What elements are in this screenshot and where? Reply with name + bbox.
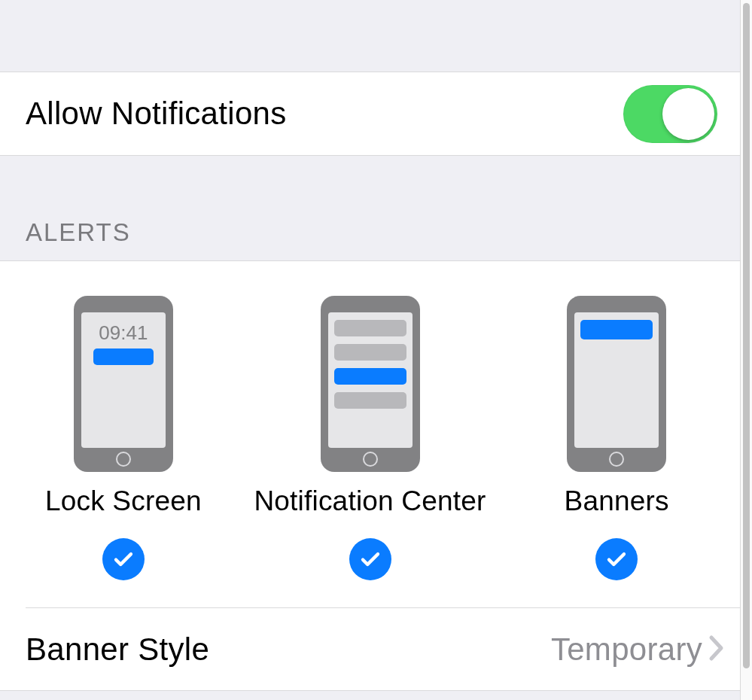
- alert-option-lock-screen[interactable]: 09:41 Lock Screen: [0, 296, 247, 580]
- banner-style-row[interactable]: Banner Style Temporary: [0, 608, 740, 691]
- alerts-section-header: ALERTS: [0, 156, 740, 261]
- banners-phone-icon: [567, 296, 666, 472]
- home-button-icon: [363, 452, 378, 467]
- alerts-header-label: ALERTS: [26, 218, 131, 247]
- banners-checkmark-icon: [595, 538, 638, 580]
- banner-style-value: Temporary: [551, 632, 708, 668]
- banners-label: Banners: [565, 485, 669, 517]
- banner-bar-icon: [580, 320, 653, 339]
- chevron-right-icon: [708, 635, 725, 665]
- alert-option-banners[interactable]: Banners: [493, 296, 740, 580]
- notification-bar-icon: [93, 348, 154, 365]
- home-button-icon: [609, 452, 624, 467]
- notification-center-checkmark-icon: [349, 538, 391, 580]
- notification-center-label: Notification Center: [254, 485, 486, 517]
- scrollbar-thumb[interactable]: [743, 3, 750, 668]
- scrollbar[interactable]: [740, 0, 752, 700]
- lock-screen-time: 09:41: [87, 318, 160, 342]
- lock-screen-phone-icon: 09:41: [74, 296, 173, 472]
- toggle-knob: [662, 88, 714, 140]
- allow-notifications-toggle[interactable]: [623, 85, 717, 143]
- list-bar-icon: [334, 392, 406, 409]
- alerts-options-row: 09:41 Lock Screen: [0, 261, 740, 607]
- alerts-card: 09:41 Lock Screen: [0, 261, 740, 691]
- lock-screen-label: Lock Screen: [45, 485, 202, 517]
- list-bar-icon: [334, 320, 406, 336]
- notification-center-phone-icon: [321, 296, 420, 472]
- top-spacer: [0, 0, 740, 72]
- alert-option-notification-center[interactable]: Notification Center: [247, 296, 494, 580]
- home-button-icon: [116, 452, 131, 467]
- notification-bar-icon: [334, 368, 406, 385]
- banner-style-label: Banner Style: [26, 632, 551, 668]
- notification-settings-page: Allow Notifications ALERTS 09:41: [0, 0, 740, 700]
- allow-notifications-row[interactable]: Allow Notifications: [0, 72, 740, 156]
- list-bar-icon: [334, 344, 406, 361]
- lock-screen-checkmark-icon: [102, 538, 145, 580]
- allow-notifications-label: Allow Notifications: [26, 96, 623, 132]
